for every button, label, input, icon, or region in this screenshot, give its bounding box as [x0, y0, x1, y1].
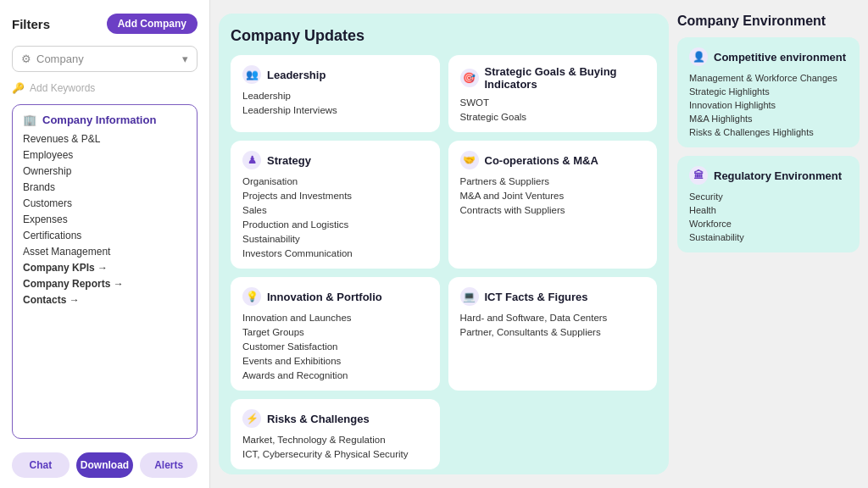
list-item[interactable]: Innovation and Launches [242, 313, 428, 323]
list-item[interactable]: Certifications [23, 230, 186, 241]
list-item[interactable]: Leadership Interviews [242, 105, 428, 115]
list-item[interactable]: Strategic Goals [460, 112, 646, 122]
company-icon: 🏢 [23, 114, 36, 126]
company-select[interactable]: ⚙ Company ▾ [12, 46, 198, 72]
list-item[interactable]: Customer Satisfaction [242, 341, 428, 352]
regulatory-env-card: 🏛 Regulatory Environment Security Health… [677, 156, 860, 252]
list-item[interactable]: Company KPIs → [23, 262, 186, 274]
list-item[interactable]: M&A Highlights [689, 114, 848, 124]
list-item[interactable]: SWOT [460, 97, 646, 108]
list-item[interactable]: Workforce [689, 219, 848, 229]
strategy-card-title: ♟ Strategy [242, 151, 428, 169]
list-item[interactable]: Innovation Highlights [689, 100, 848, 110]
risks-card: ⚡ Risks & Challenges Market, Technology … [231, 399, 440, 469]
company-info-title: 🏢 Company Information [23, 114, 186, 126]
sidebar: Filters Add Company ⚙ Company ▾ 🔑 Add Ke… [0, 0, 210, 488]
list-item[interactable]: Brands [23, 181, 186, 193]
leadership-card-list: Leadership Leadership Interviews [242, 91, 428, 115]
list-item[interactable]: Ownership [23, 165, 186, 177]
innovation-card-list: Innovation and Launches Target Groups Cu… [242, 313, 428, 380]
list-item[interactable]: Revenues & P&L [23, 133, 186, 145]
list-item[interactable]: Partners & Suppliers [460, 176, 646, 186]
list-item[interactable]: Events and Exhibitions [242, 356, 428, 366]
list-item[interactable]: Sustainability [689, 232, 848, 242]
strategy-card: ♟ Strategy Organisation Projects and Inv… [231, 141, 440, 269]
chat-button[interactable]: Chat [12, 452, 70, 478]
regulatory-env-list: Security Health Workforce Sustainability [689, 191, 848, 242]
list-item[interactable]: ICT, Cybersecurity & Physical Security [242, 449, 428, 459]
list-item[interactable]: Security [689, 191, 848, 202]
competitive-icon: 👤 [689, 47, 708, 66]
add-keywords-label: Add Keywords [30, 82, 95, 94]
regulatory-icon: 🏛 [689, 166, 708, 185]
ict-icon: 💻 [460, 287, 479, 306]
competitive-env-list: Management & Workforce Changes Strategic… [689, 73, 848, 137]
company-environment-title: Company Environment [677, 14, 860, 29]
target-icon: 🎯 [460, 69, 479, 87]
list-item[interactable]: Management & Workforce Changes [689, 73, 848, 83]
list-item[interactable]: Sustainability [242, 234, 428, 244]
risks-card-list: Market, Technology & Regulation ICT, Cyb… [242, 435, 428, 459]
keywords-row[interactable]: 🔑 Add Keywords [12, 80, 198, 96]
main-content: Company Updates 👥 Leadership Leadership … [210, 0, 868, 488]
list-item[interactable]: Awards and Recognition [242, 370, 428, 380]
strategic-goals-card-list: SWOT Strategic Goals [460, 97, 646, 122]
competitive-env-card: 👤 Competitive environment Management & W… [677, 37, 860, 147]
list-item[interactable]: Asset Management [23, 246, 186, 258]
list-item[interactable]: Organisation [242, 176, 428, 186]
innovation-card: 💡 Innovation & Portfolio Innovation and … [231, 277, 440, 391]
chevron-down-icon: ▾ [182, 53, 188, 65]
people-icon: 👥 [242, 65, 261, 84]
leadership-card-title: 👥 Leadership [242, 65, 428, 84]
company-updates-grid: 👥 Leadership Leadership Leadership Inter… [231, 55, 657, 469]
list-item[interactable]: Strategic Highlights [689, 86, 848, 97]
list-item[interactable]: Company Reports → [23, 278, 186, 290]
list-item[interactable]: Contacts → [23, 294, 186, 306]
list-item[interactable]: Sales [242, 205, 428, 215]
key-icon: 🔑 [12, 82, 25, 94]
risks-card-title: ⚡ Risks & Challenges [242, 409, 428, 428]
cooperations-card: 🤝 Co-operations & M&A Partners & Supplie… [448, 141, 658, 269]
env-cards-list: 👤 Competitive environment Management & W… [677, 37, 860, 252]
filters-label: Filters [12, 17, 50, 31]
innovation-card-title: 💡 Innovation & Portfolio [242, 287, 428, 306]
list-item[interactable]: Partner, Consultants & Suppliers [460, 327, 646, 337]
list-item[interactable]: M&A and Joint Ventures [460, 191, 646, 201]
risks-icon: ⚡ [242, 409, 261, 428]
add-company-button[interactable]: Add Company [107, 14, 198, 34]
innovation-icon: 💡 [242, 287, 261, 306]
list-item[interactable]: Customers [23, 197, 186, 209]
list-item[interactable]: Expenses [23, 214, 186, 225]
company-select-label: Company [36, 53, 84, 65]
strategic-goals-card-title: 🎯 Strategic Goals & Buying Indicators [460, 65, 646, 91]
sidebar-header: Filters Add Company [12, 14, 198, 34]
company-info-list: Revenues & P&L Employees Ownership Brand… [23, 133, 186, 306]
ict-card-list: Hard- and Software, Data Centers Partner… [460, 313, 646, 337]
list-item[interactable]: Risks & Challenges Highlights [689, 127, 848, 137]
company-icon: ⚙ [21, 53, 31, 65]
list-item[interactable]: Production and Logistics [242, 219, 428, 230]
strategy-card-list: Organisation Projects and Investments Sa… [242, 176, 428, 258]
list-item[interactable]: Market, Technology & Regulation [242, 435, 428, 445]
company-updates-title: Company Updates [231, 27, 657, 45]
list-item[interactable]: Investors Communication [242, 248, 428, 258]
sidebar-footer: Chat Download Alerts [12, 452, 198, 478]
list-item[interactable]: Employees [23, 149, 186, 161]
competitive-env-card-title: 👤 Competitive environment [689, 47, 848, 66]
list-item[interactable]: Health [689, 205, 848, 215]
strategic-goals-card: 🎯 Strategic Goals & Buying Indicators SW… [448, 55, 658, 132]
coop-icon: 🤝 [460, 151, 479, 169]
download-button[interactable]: Download [76, 452, 134, 478]
regulatory-env-card-title: 🏛 Regulatory Environment [689, 166, 848, 185]
list-item[interactable]: Target Groups [242, 327, 428, 337]
alerts-button[interactable]: Alerts [140, 452, 198, 478]
leadership-card: 👥 Leadership Leadership Leadership Inter… [231, 55, 440, 132]
list-item[interactable]: Contracts with Suppliers [460, 205, 646, 215]
company-updates-section: Company Updates 👥 Leadership Leadership … [219, 14, 669, 474]
company-info-title-text: Company Information [42, 114, 156, 126]
list-item[interactable]: Leadership [242, 91, 428, 101]
strategy-icon: ♟ [242, 151, 261, 169]
list-item[interactable]: Projects and Investments [242, 191, 428, 201]
list-item[interactable]: Hard- and Software, Data Centers [460, 313, 646, 323]
ict-card: 💻 ICT Facts & Figures Hard- and Software… [448, 277, 658, 391]
